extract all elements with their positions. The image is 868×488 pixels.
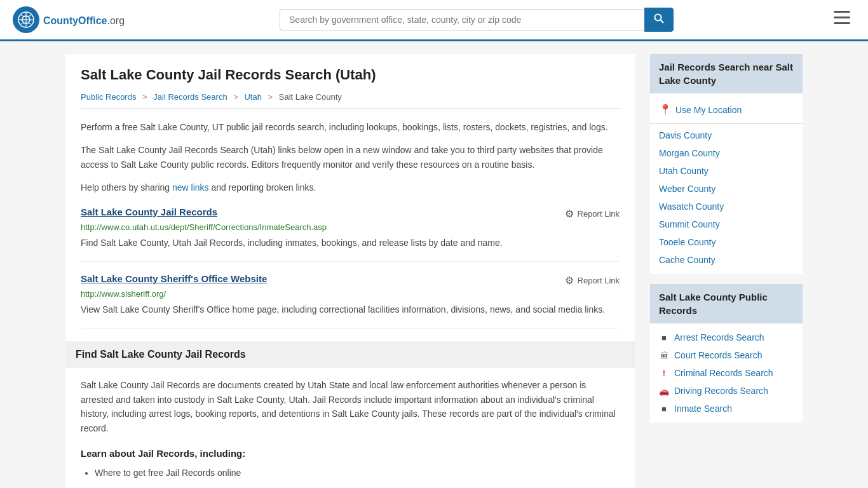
sidebar-link-criminal[interactable]: ! Criminal Records Search [650,364,803,382]
section-heading: Find Salt Lake County Jail Records [65,341,635,368]
report-icon-2: ⚙ [565,274,574,287]
sidebar-link-inmate[interactable]: ■ Inmate Search [650,400,803,417]
record-title-2[interactable]: Salt Lake County Sheriff's Office Websit… [81,273,267,284]
intro-paragraph-1: Perform a free Salt Lake County, UT publ… [81,120,620,134]
breadcrumb-public-records[interactable]: Public Records [81,92,136,102]
report-link-btn-1[interactable]: ⚙ Report Link [565,207,620,220]
report-link-btn-2[interactable]: ⚙ Report Link [565,273,620,287]
sidebar-public-records-section: Salt Lake County Public Records ■ Arrest… [650,284,803,423]
breadcrumb-jail-records[interactable]: Jail Records Search [153,92,227,102]
new-links-link[interactable]: new links [172,182,209,193]
svg-line-5 [661,20,664,24]
inmate-icon: ■ [659,404,669,414]
svg-rect-7 [834,17,850,18]
arrest-icon: ■ [659,333,669,342]
location-icon: 📍 [659,104,672,116]
breadcrumb-sep-1: > [142,92,147,102]
learn-list: Where to get free Jail Records online [95,465,620,481]
sidebar-nearby-links: 📍 Use My Location Davis County Morgan Co… [650,93,803,274]
breadcrumb: Public Records > Jail Records Search > U… [81,92,620,109]
sidebar-link-davis[interactable]: Davis County [650,126,803,144]
sidebar-link-morgan[interactable]: Morgan County [650,144,803,162]
criminal-icon: ! [659,369,669,378]
breadcrumb-utah[interactable]: Utah [244,92,261,102]
page-title: Salt Lake County Jail Records Search (Ut… [81,67,620,83]
breadcrumb-sep-3: > [268,92,273,102]
logo-text: CountyOffice.org [43,13,125,27]
svg-rect-8 [834,22,850,24]
record-desc-1: Find Salt Lake County, Utah Jail Records… [81,236,620,250]
sidebar-public-records-links: ■ Arrest Records Search 🏛 Court Records … [650,323,803,423]
menu-button[interactable] [829,8,855,31]
court-icon: 🏛 [659,351,669,360]
sidebar-link-cache[interactable]: Cache County [650,251,803,269]
record-url-1[interactable]: http://www.co.utah.ut.us/dept/Sheriff/Co… [81,222,620,232]
intro-paragraph-3: Help others by sharing new links and rep… [81,180,620,194]
intro-paragraph-2: The Salt Lake County Jail Records Search… [81,143,620,172]
sidebar-link-wasatch[interactable]: Wasatch County [650,198,803,215]
sidebar-link-court[interactable]: 🏛 Court Records Search [650,346,803,364]
record-header-2: Salt Lake County Sheriff's Office Websit… [81,273,620,287]
sidebar-link-weber[interactable]: Weber County [650,180,803,198]
sidebar-link-tooele[interactable]: Tooele County [650,233,803,251]
sidebar-nearby-section: Jail Records Search near Salt Lake Count… [650,54,803,274]
sidebar-link-utah[interactable]: Utah County [650,162,803,180]
learn-heading: Learn about Jail Records, including: [81,448,620,459]
record-entry-1: Salt Lake County Jail Records ⚙ Report L… [81,207,620,262]
record-title-1[interactable]: Salt Lake County Jail Records [81,207,217,217]
breadcrumb-sep-2: > [233,92,238,102]
sidebar-link-summit[interactable]: Summit County [650,215,803,233]
sidebar-public-records-title: Salt Lake County Public Records [650,284,803,323]
record-url-2[interactable]: http://www.slsheriff.org/ [81,289,620,299]
record-header-1: Salt Lake County Jail Records ⚙ Report L… [81,207,620,220]
use-my-location-link[interactable]: 📍 Use My Location [650,98,803,121]
svg-point-4 [655,15,661,21]
sidebar: Jail Records Search near Salt Lake Count… [650,54,803,488]
section-body: Salt Lake County Jail Records are docume… [81,378,620,435]
logo-icon [13,6,39,33]
site-header: CountyOffice.org [0,0,868,41]
breadcrumb-current: Salt Lake County [279,92,342,102]
search-input[interactable] [280,9,644,30]
sidebar-link-driving[interactable]: 🚗 Driving Records Search [650,382,803,400]
logo[interactable]: CountyOffice.org [13,6,125,33]
record-entry-2: Salt Lake County Sheriff's Office Websit… [81,273,620,329]
svg-rect-6 [834,11,850,13]
sidebar-divider [650,123,803,124]
report-icon-1: ⚙ [565,208,574,220]
list-item: Where to get free Jail Records online [95,465,620,481]
driving-icon: 🚗 [659,386,669,396]
sidebar-nearby-title: Jail Records Search near Salt Lake Count… [650,54,803,93]
main-container: Salt Lake County Jail Records Search (Ut… [53,41,815,488]
record-desc-2: View Salt Lake County Sheriff's Office h… [81,302,620,316]
content-area: Salt Lake County Jail Records Search (Ut… [65,54,635,488]
sidebar-link-arrest[interactable]: ■ Arrest Records Search [650,329,803,346]
search-bar [280,8,674,32]
search-button[interactable] [644,8,674,32]
